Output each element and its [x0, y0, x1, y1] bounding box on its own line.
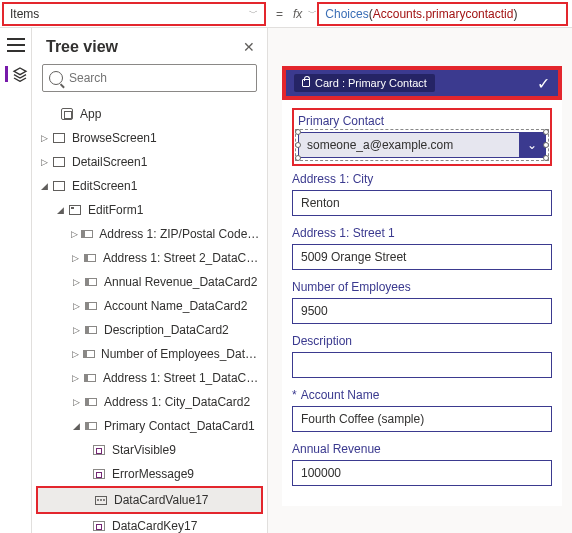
field: Number of Employees 9500 [292, 280, 552, 324]
tree-view-panel: Tree view ✕ App ▷BrowseScreen1 ▷DetailSc… [32, 28, 268, 533]
checkmark-icon[interactable]: ✓ [537, 74, 550, 93]
field-label: Annual Revenue [292, 442, 552, 456]
tree-node-card[interactable]: ▷Address 1: Street 2_DataCard2 [32, 246, 267, 270]
property-selector[interactable]: Items ﹀ [2, 2, 266, 26]
field-label: Number of Employees [292, 280, 552, 294]
resize-handle[interactable] [295, 142, 301, 148]
tree-node-app[interactable]: App [32, 102, 267, 126]
tree-node-datacardvalue[interactable]: DataCardValue17 [38, 488, 261, 512]
field-label: Primary Contact [298, 114, 546, 128]
tree-node-card[interactable]: ▷Address 1: City_DataCard2 [32, 390, 267, 414]
field-label: Address 1: Street 1 [292, 226, 552, 240]
lock-icon [302, 79, 310, 87]
card-body: Primary Contact someone_a@example.com ⌄ … [282, 100, 562, 506]
field: Annual Revenue 100000 [292, 442, 552, 486]
tree-node-card[interactable]: ▷Annual Revenue_DataCard2 [32, 270, 267, 294]
field: Address 1: City Renton [292, 172, 552, 216]
field-label: Account Name [301, 388, 380, 402]
resize-handle[interactable] [295, 155, 301, 161]
tree-node-detail[interactable]: ▷DetailScreen1 [32, 150, 267, 174]
formula-arg: Accounts.primarycontactid [373, 7, 514, 21]
text-input[interactable]: 100000 [292, 460, 552, 486]
tree-view-title: Tree view [46, 38, 118, 56]
close-icon[interactable]: ✕ [243, 39, 255, 55]
field: *Account Name Fourth Coffee (sample) [292, 388, 552, 432]
tree-node-editform[interactable]: ◢EditForm1 [32, 198, 267, 222]
tree-node-error[interactable]: ErrorMessage9 [32, 462, 267, 486]
search-input[interactable] [42, 64, 257, 92]
property-selector-value: Items [10, 7, 39, 21]
field-label: Description [292, 334, 552, 348]
field: Description [292, 334, 552, 378]
tree-node-card[interactable]: ▷Description_DataCard2 [32, 318, 267, 342]
card-header: Card : Primary Contact ✓ [286, 70, 558, 96]
tree-node-card[interactable]: ▷Address 1: ZIP/Postal Code_DataCard2 [32, 222, 267, 246]
primary-contact-combobox[interactable]: someone_a@example.com ⌄ [298, 132, 546, 158]
text-input[interactable]: 9500 [292, 298, 552, 324]
text-input[interactable]: Renton [292, 190, 552, 216]
tree-node-primary-card[interactable]: ◢Primary Contact_DataCard1 [32, 414, 267, 438]
tree-node-star[interactable]: StarVisible9 [32, 438, 267, 462]
hamburger-icon[interactable] [7, 38, 25, 52]
equals-label: = [266, 7, 293, 21]
search-field[interactable] [69, 71, 250, 85]
card-badge: Card : Primary Contact [294, 74, 435, 92]
required-asterisk: * [292, 388, 297, 402]
resize-handle[interactable] [543, 129, 549, 135]
field: Address 1: Street 1 5009 Orange Street [292, 226, 552, 270]
primary-contact-highlight: Primary Contact someone_a@example.com ⌄ [292, 108, 552, 166]
tree-node-card[interactable]: ▷Number of Employees_DataCard2 [32, 342, 267, 366]
text-input[interactable] [292, 352, 552, 378]
combobox-value: someone_a@example.com [299, 133, 519, 157]
tree-view-icon[interactable] [5, 66, 21, 82]
tree-nodes: App ▷BrowseScreen1 ▷DetailScreen1 ◢EditS… [32, 100, 267, 533]
field-label: Address 1: City [292, 172, 552, 186]
resize-handle[interactable] [543, 155, 549, 161]
tree-node-key[interactable]: DataCardKey17 [32, 514, 267, 533]
tree-node-browse[interactable]: ▷BrowseScreen1 [32, 126, 267, 150]
resize-handle[interactable] [543, 142, 549, 148]
tree-node-edit[interactable]: ◢EditScreen1 [32, 174, 267, 198]
resize-handle[interactable] [295, 129, 301, 135]
canvas: Card : Primary Contact ✓ Primary Contact… [268, 28, 572, 533]
tree-node-card[interactable]: ▷Address 1: Street 1_DataCard2 [32, 366, 267, 390]
chevron-down-icon: ﹀ [249, 7, 258, 20]
formula-bar[interactable]: Choices(Accounts.primarycontactid) [317, 2, 568, 26]
fx-icon: fx [293, 7, 308, 21]
chevron-down-icon[interactable]: ﹀ [308, 7, 317, 20]
chevron-down-icon[interactable]: ⌄ [519, 133, 545, 157]
tree-node-card[interactable]: ▷Account Name_DataCard2 [32, 294, 267, 318]
text-input[interactable]: Fourth Coffee (sample) [292, 406, 552, 432]
left-rail [0, 28, 32, 533]
search-icon [49, 71, 63, 85]
text-input[interactable]: 5009 Orange Street [292, 244, 552, 270]
card-header-highlight: Card : Primary Contact ✓ [282, 66, 562, 100]
formula-function: Choices [325, 7, 368, 21]
